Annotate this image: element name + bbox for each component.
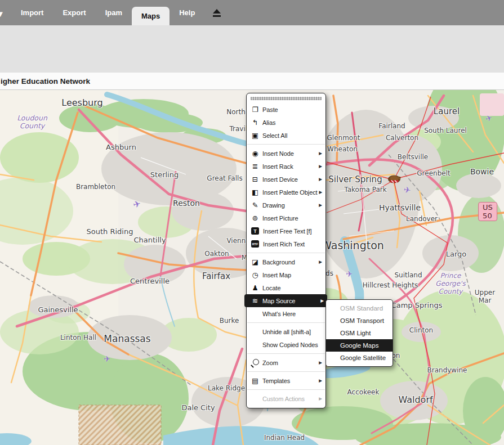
menu-drag-strip[interactable]: [251, 97, 322, 100]
map-label-largo: Largo: [446, 250, 467, 259]
submenu-item-osm-transport[interactable]: OSM Transport: [326, 314, 393, 327]
menu-item-paste[interactable]: ❐Paste: [247, 103, 325, 116]
menu-item-custom-actions[interactable]: Custom Actions▶: [247, 392, 325, 405]
menu-item-insert-map[interactable]: ◷Insert Map: [247, 268, 325, 281]
map-label-oakton: Oakton: [204, 250, 229, 258]
no-icon: [251, 395, 260, 403]
eject-icon[interactable]: [212, 9, 221, 17]
map-label-wheaton: Wheaton: [327, 146, 358, 154]
menu-item-alias[interactable]: ↰Alias: [247, 116, 325, 129]
airport-icon: ✈: [346, 269, 353, 278]
menu-item-insert-palette-object[interactable]: ◧Insert Palette Object▶: [247, 186, 325, 199]
menu-item-insert-free-text-f[interactable]: TInsert Free Text [f]: [247, 224, 325, 237]
menu-item-drawing[interactable]: ✎Drawing▶: [247, 199, 325, 212]
menu-item-locate[interactable]: ♟Locate: [247, 281, 325, 294]
map-label-prince-george-s-county: Prince George's County: [435, 272, 465, 295]
map-label-hillcrest-heights: Hillcrest Heights: [363, 282, 418, 290]
submenu-item-google-satellite[interactable]: Google Satellite: [326, 352, 393, 364]
map-title-bar: igher Education Network: [0, 73, 504, 90]
menu-item-label: Unhide all [shift-a]: [262, 329, 322, 335]
tab-ipam[interactable]: Ipam: [96, 0, 132, 25]
map-label-south-riding: South Riding: [87, 228, 133, 236]
menu-item-show-copied-nodes[interactable]: Show Copied Nodes: [247, 338, 325, 351]
map-label-great-falls: Great Falls: [207, 175, 242, 183]
menu-separator: [247, 353, 325, 354]
locate-icon: ♟: [251, 284, 260, 292]
menu-item-label: Show Copied Nodes: [262, 341, 322, 348]
map-label-centreville: Centreville: [130, 277, 170, 286]
submenu-item-osm-standard[interactable]: OSM Standard: [326, 302, 393, 314]
map-label-loudoun-county: Loudoun County: [17, 114, 47, 131]
menu-item-label: Insert Picture: [262, 215, 322, 222]
menu-item-insert-rack[interactable]: ≣Insert Rack▶: [247, 160, 325, 173]
clipped-glyph: ▼: [0, 9, 5, 19]
map-label-brambleton: Brambleton: [76, 183, 115, 191]
insert-device-icon: ⊟: [251, 176, 260, 183]
map-source-submenu: OSM StandardOSM TransportOSM LightGoogle…: [325, 299, 393, 367]
menu-item-label: Insert Palette Object: [262, 189, 318, 196]
menu-item-select-all[interactable]: ▣Select All: [247, 129, 325, 142]
select-all-icon: ▣: [251, 132, 260, 140]
tab-maps[interactable]: Maps: [132, 7, 170, 25]
menu-item-insert-picture[interactable]: ⊚Insert Picture: [247, 212, 325, 224]
map-label-hyattsville: Hyattsville: [379, 203, 421, 212]
airport-icon: ✈: [403, 185, 412, 196]
menu-separator: [247, 253, 325, 253]
map-label-laurel: Laurel: [434, 107, 460, 116]
menu-item-insert-rich-text[interactable]: RTFInsert Rich Text: [247, 237, 325, 250]
map-label-ds: ds: [325, 270, 333, 278]
map-label-suitland: Suitland: [394, 272, 422, 280]
submenu-arrow-icon: ▶: [319, 360, 322, 365]
submenu-arrow-icon: ▶: [319, 203, 322, 208]
menu-item-unhide-all-shift-a[interactable]: Unhide all [shift-a]: [247, 325, 325, 338]
submenu-arrow-icon: ▶: [319, 151, 322, 156]
menu-item-zoom[interactable]: Zoom▶: [247, 356, 325, 369]
map-label-glenmont: Glenmont: [327, 134, 360, 142]
menu-item-templates[interactable]: ▤Templates▶: [247, 374, 325, 387]
menu-item-label: Insert Map: [262, 272, 322, 278]
map-label-greenbelt: Greenbelt: [417, 170, 450, 178]
menu-item-label: Insert Rack: [262, 163, 317, 170]
insert-picture-icon: ⊚: [251, 214, 260, 222]
tab-export[interactable]: Export: [53, 0, 95, 25]
menu-item-background[interactable]: ◪Background▶: [247, 255, 325, 268]
rich-text-icon: RTF: [251, 240, 259, 248]
menu-item-map-source[interactable]: ≋Map Source▶: [244, 294, 327, 307]
map-label-fairland: Fairland: [378, 123, 405, 131]
map-title: igher Education Network: [1, 77, 90, 86]
submenu-item-google-maps[interactable]: Google Maps: [326, 339, 393, 352]
submenu-item-osm-light[interactable]: OSM Light: [326, 327, 393, 339]
menu-item-label: Select All: [262, 132, 322, 139]
menu-item-label: Insert Rich Text: [263, 241, 322, 248]
menu-separator: [247, 322, 325, 323]
navbar-tabs: ImportExportIpamMapsHelp: [11, 0, 204, 25]
map-label-indian-head: Indian Head: [264, 434, 305, 442]
submenu-arrow-icon: ▶: [319, 190, 323, 195]
menu-item-label: Templates: [262, 377, 317, 384]
menu-item-insert-node[interactable]: ◉Insert Node▶: [247, 147, 325, 160]
map-label-accokeek: Accokeek: [347, 389, 380, 397]
map-label-calverton: Calverton: [386, 134, 418, 142]
tab-help[interactable]: Help: [170, 0, 204, 25]
insert-map-icon: ◷: [251, 271, 260, 279]
submenu-arrow-icon: ▶: [319, 177, 322, 182]
map-label-brandywine: Brandywine: [427, 367, 467, 375]
network-node-terrapin-icon[interactable]: [387, 174, 402, 185]
insert-rack-icon: ≣: [251, 163, 260, 170]
menu-item-what-s-here[interactable]: What's Here: [247, 307, 325, 320]
menu-item-label: Paste: [262, 106, 322, 113]
menu-item-label: Drawing: [262, 202, 317, 209]
map-label-fairfax: Fairfax: [202, 272, 230, 281]
submenu-arrow-icon: ▶: [319, 164, 322, 169]
map-label-burke: Burke: [220, 317, 239, 325]
tab-import[interactable]: Import: [11, 0, 53, 25]
submenu-arrow-icon: ▶: [319, 396, 322, 401]
no-icon: [251, 310, 260, 318]
menu-item-label: Background: [262, 259, 317, 266]
map-label-takoma-park: Takoma Park: [344, 186, 386, 194]
map-label-ashburn: Ashburn: [106, 143, 136, 152]
map-label-bowie: Bowie: [470, 167, 494, 176]
map-source-icon: ≋: [251, 297, 260, 305]
menu-item-insert-device[interactable]: ⊟Insert Device▶: [247, 173, 325, 186]
no-icon: [251, 341, 260, 349]
